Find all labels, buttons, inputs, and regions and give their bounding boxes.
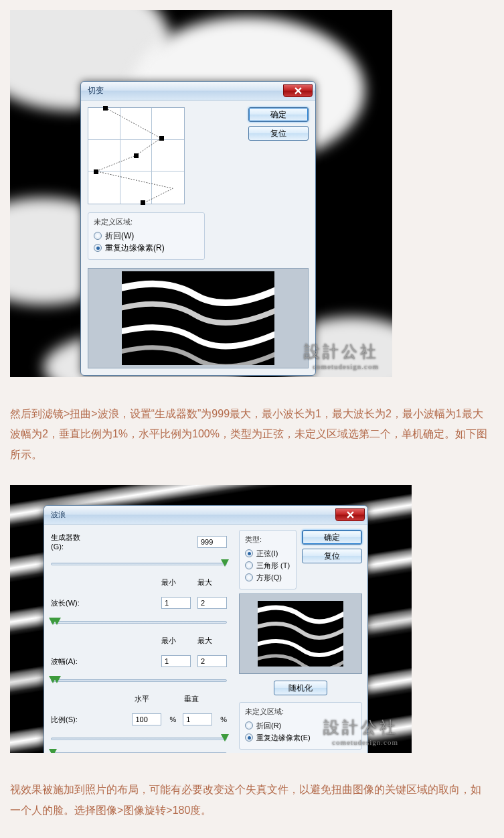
- randomize-button[interactable]: 随机化: [274, 681, 327, 695]
- ok-button[interactable]: 确定: [248, 107, 309, 122]
- type-legend: 类型:: [245, 535, 290, 545]
- radio-repeat-label: 重复边缘像素(E): [256, 733, 311, 743]
- reset-button[interactable]: 复位: [302, 549, 362, 563]
- scale-label: 比例(S):: [51, 715, 92, 725]
- radio-triangle[interactable]: 三角形 (T): [245, 559, 290, 571]
- amplitude-max-input[interactable]: [197, 655, 227, 667]
- wave-preview: [258, 601, 343, 667]
- horiz-header: 水平: [135, 694, 164, 704]
- radio-repeat-label: 重复边缘像素(R): [105, 242, 165, 254]
- close-icon[interactable]: [283, 84, 313, 97]
- wave-titlebar[interactable]: 波浪: [44, 506, 367, 525]
- undefined-area-group: 未定义区域: 折回(W) 重复边缘像素(R): [88, 212, 205, 260]
- watermark-text: 設計公社: [304, 341, 379, 362]
- shear-dialog: 切变: [80, 81, 316, 376]
- slider-thumb[interactable]: [53, 676, 61, 683]
- shear-title: 切变: [88, 85, 104, 96]
- min-header: 最小: [161, 636, 191, 646]
- ok-button[interactable]: 确定: [302, 530, 362, 545]
- slider-thumb[interactable]: [221, 734, 229, 742]
- watermark: 設計公社 cometudesign.com: [304, 341, 379, 370]
- radio-wrap-label: 折回(R): [256, 721, 281, 731]
- wavelength-row: 波长(W):: [50, 594, 228, 612]
- undef-legend: 未定义区域:: [245, 707, 356, 717]
- watermark: 設計公社 cometudesign.com: [323, 717, 398, 746]
- radio-sine-label: 正弦(I): [256, 549, 278, 559]
- percent-sign: %: [220, 715, 227, 723]
- scale-horiz-slider[interactable]: [51, 738, 227, 740]
- radio-wrap-label: 折回(W): [105, 230, 134, 242]
- percent-sign: %: [169, 715, 176, 723]
- amplitude-slider[interactable]: [51, 679, 227, 682]
- shear-grid[interactable]: [88, 107, 185, 204]
- radio-square-label: 方形(Q): [256, 573, 282, 583]
- scale-vert-input[interactable]: [183, 713, 212, 725]
- watermark-text: 設計公社: [323, 717, 398, 738]
- max-header: 最大: [197, 577, 227, 587]
- slider-thumb[interactable]: [53, 618, 61, 625]
- wave-title: 波浪: [51, 510, 66, 520]
- close-icon[interactable]: [335, 508, 365, 521]
- wavelength-max-input[interactable]: [197, 597, 227, 609]
- scale-vert-slider[interactable]: [51, 752, 227, 753]
- wave-preview-frame: [239, 593, 362, 674]
- reset-button[interactable]: 复位: [248, 126, 309, 141]
- scale-horiz-input[interactable]: [132, 713, 161, 725]
- wavelength-slider[interactable]: [51, 621, 227, 624]
- slider-thumb[interactable]: [49, 749, 57, 753]
- amplitude-label: 波幅(A):: [51, 656, 92, 667]
- slider-thumb[interactable]: [221, 559, 229, 567]
- undef-legend: 未定义区域:: [94, 217, 199, 227]
- watermark-url: cometudesign.com: [304, 362, 379, 370]
- generators-input[interactable]: [197, 536, 227, 548]
- wave-dialog: 波浪 生成器数(G):: [44, 505, 368, 753]
- min-header: 最小: [161, 577, 191, 587]
- radio-wrap[interactable]: 折回(W): [94, 230, 199, 242]
- amplitude-row: 波幅(A):: [50, 652, 228, 670]
- generators-slider[interactable]: [51, 563, 227, 565]
- shear-titlebar[interactable]: 切变: [81, 82, 315, 100]
- radio-repeat[interactable]: 重复边缘像素(R): [94, 242, 199, 254]
- max-header: 最大: [197, 636, 227, 646]
- generators-row: 生成器数(G):: [50, 530, 228, 553]
- radio-square[interactable]: 方形(Q): [245, 571, 290, 583]
- scale-row: 比例(S): % %: [50, 711, 228, 728]
- shear-preview-frame: [88, 268, 309, 368]
- article-paragraph-2: 视效果被施加到照片的布局，可能有必要改变这个失真文件，以避免扭曲图像的关键区域的…: [0, 753, 504, 838]
- amplitude-min-input[interactable]: [161, 655, 191, 667]
- shear-preview: [122, 271, 274, 365]
- generators-label: 生成器数(G):: [51, 533, 92, 551]
- radio-sine[interactable]: 正弦(I): [245, 547, 290, 559]
- clouds-background: 切变: [10, 10, 392, 377]
- article-paragraph-1: 然后到滤镜>扭曲>波浪，设置“生成器数”为999最大，最小波长为1，最大波长为2…: [0, 377, 504, 485]
- wavelength-min-input[interactable]: [161, 597, 191, 609]
- radio-triangle-label: 三角形 (T): [256, 561, 290, 571]
- wavelength-label: 波长(W):: [51, 598, 92, 608]
- streaks-background: 波浪 生成器数(G):: [10, 485, 412, 753]
- type-group: 类型: 正弦(I) 三角形 (T) 方形(Q): [239, 530, 297, 589]
- watermark-url: cometudesign.com: [323, 738, 398, 746]
- vert-header: 垂直: [184, 694, 214, 704]
